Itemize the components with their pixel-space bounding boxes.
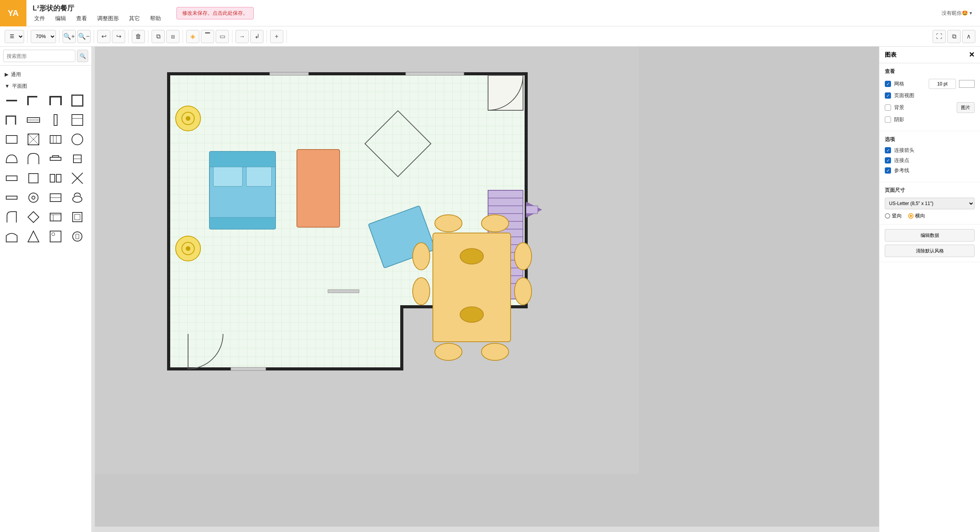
shape-item[interactable] bbox=[69, 150, 86, 167]
page-size-select[interactable]: US-Letter (8,5" x 11") A4 A3 bbox=[885, 198, 975, 209]
menu-other[interactable]: 其它 bbox=[127, 14, 141, 23]
rectangle-tool-button[interactable]: ▭ bbox=[216, 30, 229, 43]
collapse-panel-button[interactable]: ∧ bbox=[962, 30, 975, 43]
line-color-button[interactable]: ▔ bbox=[201, 30, 214, 43]
shape-item[interactable] bbox=[25, 170, 42, 187]
zoom-selector[interactable]: 70% bbox=[31, 30, 56, 43]
search-input[interactable] bbox=[3, 50, 75, 62]
shape-item[interactable] bbox=[25, 209, 42, 226]
expand-button[interactable]: ⧉ bbox=[947, 30, 961, 43]
insert-button[interactable]: + bbox=[270, 30, 283, 43]
undo-button[interactable]: ↩ bbox=[97, 30, 110, 43]
shape-item[interactable] bbox=[25, 111, 42, 129]
svg-rect-46 bbox=[406, 72, 464, 75]
zoom-out-button[interactable]: 🔍− bbox=[77, 30, 91, 43]
svg-rect-5 bbox=[54, 115, 57, 125]
svg-rect-48 bbox=[328, 290, 359, 293]
svg-rect-49 bbox=[488, 75, 523, 110]
search-button[interactable]: 🔍 bbox=[77, 50, 88, 62]
category-floorplan[interactable]: ▼平面图 bbox=[3, 80, 88, 92]
delete-button[interactable]: 🗑 bbox=[132, 30, 145, 43]
grid-value-input[interactable] bbox=[929, 79, 956, 89]
shape-item[interactable] bbox=[69, 170, 86, 187]
redo-button[interactable]: ↪ bbox=[112, 30, 125, 43]
connect-point-checkbox[interactable]: ✓ bbox=[885, 157, 891, 163]
portrait-option[interactable]: 竖向 bbox=[885, 212, 902, 219]
edit-data-button[interactable]: 编辑数据 bbox=[885, 229, 975, 242]
shape-item[interactable] bbox=[69, 92, 86, 109]
orientation-group: 竖向 横向 bbox=[885, 212, 975, 219]
zoom-in-button[interactable]: 🔍+ bbox=[63, 30, 76, 43]
shape-item[interactable] bbox=[25, 189, 42, 206]
ref-line-checkbox[interactable]: ✓ bbox=[885, 167, 891, 174]
shape-item[interactable] bbox=[47, 92, 64, 109]
shape-item[interactable] bbox=[47, 209, 64, 226]
menu-view[interactable]: 查看 bbox=[75, 14, 89, 23]
shape-item[interactable] bbox=[69, 209, 86, 226]
shape-item[interactable] bbox=[3, 111, 20, 129]
arrow-tool-button[interactable]: → bbox=[235, 30, 249, 43]
background-image-button[interactable]: 图片 bbox=[957, 102, 975, 113]
page-view-checkbox[interactable]: ✓ bbox=[885, 92, 891, 99]
panel-selector[interactable]: ☰ bbox=[5, 30, 24, 43]
shape-item[interactable] bbox=[25, 228, 42, 245]
menu-adjust[interactable]: 调整图形 bbox=[96, 14, 120, 23]
app-logo: YA bbox=[0, 0, 26, 26]
svg-point-89 bbox=[514, 278, 532, 305]
shape-item[interactable] bbox=[47, 170, 64, 187]
shape-item[interactable] bbox=[69, 131, 86, 148]
fill-button[interactable]: ◈ bbox=[186, 30, 199, 43]
svg-rect-45 bbox=[270, 72, 309, 75]
svg-rect-16 bbox=[50, 157, 61, 160]
canvas-area[interactable] bbox=[95, 47, 879, 532]
svg-point-87 bbox=[413, 278, 430, 305]
ref-line-label: 参考线 bbox=[894, 167, 975, 174]
svg-rect-78 bbox=[526, 206, 538, 214]
shape-item[interactable] bbox=[3, 209, 20, 226]
shape-item[interactable] bbox=[47, 131, 64, 148]
landscape-option[interactable]: 横向 bbox=[908, 212, 925, 219]
svg-point-27 bbox=[29, 193, 38, 202]
shape-item[interactable] bbox=[3, 150, 20, 167]
page-view-label: 页面视图 bbox=[894, 92, 975, 99]
fullscreen-button[interactable]: ⛶ bbox=[933, 30, 946, 43]
category-general[interactable]: ▶通用 bbox=[3, 69, 88, 80]
splitter-left[interactable] bbox=[92, 47, 95, 532]
unsaved-notice[interactable]: 修改未保存。点击此处保存。 bbox=[176, 7, 254, 19]
paste-button[interactable]: ⧆ bbox=[166, 30, 180, 43]
shape-item[interactable] bbox=[3, 228, 20, 245]
connect-arrow-checkbox[interactable]: ✓ bbox=[885, 147, 891, 153]
menu-help[interactable]: 帮助 bbox=[148, 14, 162, 23]
svg-rect-60 bbox=[209, 217, 276, 229]
shape-item[interactable] bbox=[25, 92, 42, 109]
shape-item[interactable] bbox=[69, 111, 86, 129]
copy-button[interactable]: ⧉ bbox=[152, 30, 165, 43]
shape-item[interactable] bbox=[25, 150, 42, 167]
shape-item[interactable] bbox=[3, 189, 20, 206]
shape-item[interactable] bbox=[25, 131, 42, 148]
waypoint-button[interactable]: ↲ bbox=[250, 30, 263, 43]
menu-file[interactable]: 文件 bbox=[33, 14, 47, 23]
connect-point-label: 连接点 bbox=[894, 157, 975, 164]
clear-style-button[interactable]: 清除默认风格 bbox=[885, 245, 975, 257]
grid-color-swatch[interactable] bbox=[959, 80, 975, 88]
svg-rect-23 bbox=[56, 174, 61, 182]
horizontal-scrollbar[interactable] bbox=[95, 527, 879, 532]
shape-item[interactable] bbox=[47, 228, 64, 245]
shape-item[interactable] bbox=[47, 150, 64, 167]
shape-item[interactable] bbox=[69, 189, 86, 206]
shape-item[interactable] bbox=[3, 92, 20, 109]
shape-item[interactable] bbox=[3, 131, 20, 148]
shape-item[interactable] bbox=[3, 170, 20, 187]
svg-point-28 bbox=[32, 196, 35, 199]
grid-checkbox[interactable]: ✓ bbox=[885, 81, 891, 87]
background-checkbox[interactable] bbox=[885, 104, 891, 111]
user-menu[interactable]: 没有昵你🤩 ▾ bbox=[942, 10, 980, 17]
menu-edit[interactable]: 编辑 bbox=[54, 14, 68, 23]
shadow-checkbox[interactable] bbox=[885, 116, 891, 123]
svg-rect-22 bbox=[50, 174, 55, 182]
shape-item[interactable] bbox=[47, 111, 64, 129]
shape-item[interactable] bbox=[69, 228, 86, 245]
panel-close-icon[interactable]: ✕ bbox=[969, 50, 975, 59]
shape-item[interactable] bbox=[47, 189, 64, 206]
